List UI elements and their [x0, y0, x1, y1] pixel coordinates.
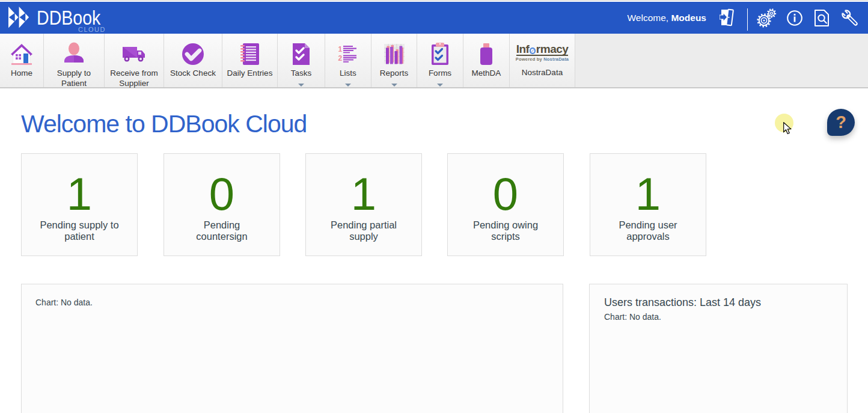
- svg-text:2: 2: [338, 54, 343, 63]
- svg-text:1: 1: [338, 45, 343, 54]
